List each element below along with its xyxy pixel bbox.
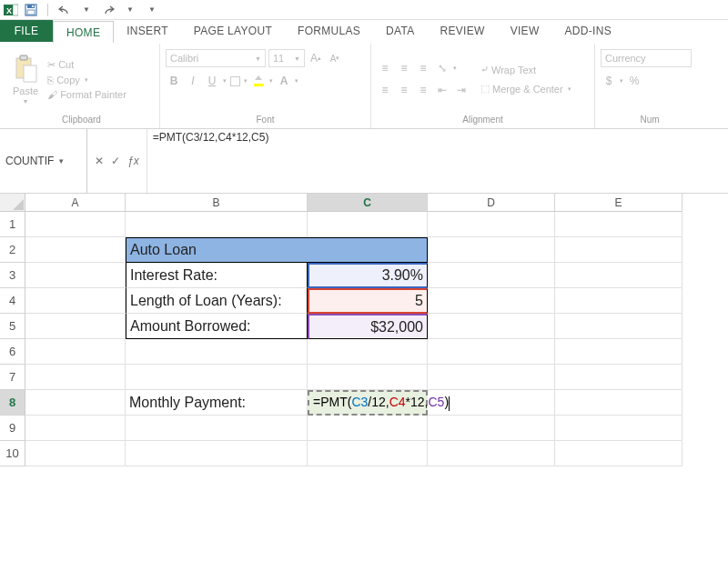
undo-dropdown[interactable]: ▼ bbox=[77, 2, 96, 18]
percent-button[interactable]: % bbox=[626, 73, 642, 89]
col-E[interactable]: E bbox=[555, 194, 682, 212]
cell-B1[interactable] bbox=[126, 212, 308, 237]
align-left-icon[interactable]: ≡ bbox=[377, 82, 393, 98]
row-6[interactable]: 6 bbox=[0, 339, 25, 365]
row-9[interactable]: 9 bbox=[0, 416, 25, 441]
cell-B3[interactable]: Interest Rate: bbox=[126, 263, 308, 288]
formula-input[interactable]: =PMT(C3/12,C4*12,C5) bbox=[147, 129, 728, 193]
fill-color-button[interactable] bbox=[250, 73, 267, 89]
tab-file[interactable]: FILE bbox=[0, 20, 53, 42]
align-right-icon[interactable]: ≡ bbox=[415, 82, 431, 98]
select-all-corner[interactable] bbox=[0, 194, 25, 212]
cell-E5[interactable] bbox=[555, 314, 682, 339]
cell-C2[interactable] bbox=[308, 237, 428, 263]
cell-D7[interactable] bbox=[428, 365, 555, 390]
cell-E8[interactable] bbox=[555, 390, 682, 416]
col-A[interactable]: A bbox=[25, 194, 126, 212]
cell-E2[interactable] bbox=[555, 237, 682, 263]
cell-A5[interactable] bbox=[25, 314, 126, 339]
cell-E10[interactable] bbox=[555, 441, 682, 466]
cell-E1[interactable] bbox=[555, 212, 682, 237]
currency-button[interactable]: $ bbox=[601, 73, 617, 89]
row-10[interactable]: 10 bbox=[0, 441, 25, 466]
merge-center-button[interactable]: ⬚Merge & Center▾ bbox=[479, 82, 573, 95]
cell-C9[interactable] bbox=[308, 416, 428, 441]
cut-button[interactable]: ✂Cut bbox=[46, 58, 128, 72]
row-7[interactable]: 7 bbox=[0, 365, 25, 390]
cell-A2[interactable] bbox=[25, 237, 126, 263]
tab-review[interactable]: REVIEW bbox=[428, 20, 498, 42]
cell-B2[interactable]: Auto Loan bbox=[126, 237, 308, 263]
paste-button[interactable]: Paste ▼ bbox=[9, 53, 42, 106]
insert-function-button[interactable]: ƒx bbox=[127, 155, 139, 167]
cell-C7[interactable] bbox=[308, 365, 428, 390]
align-bottom-icon[interactable]: ≡ bbox=[415, 60, 431, 76]
bold-button[interactable]: B bbox=[166, 73, 182, 89]
copy-button[interactable]: ⎘Copy▾ bbox=[46, 74, 128, 86]
cell-B8[interactable]: Monthly Payment: bbox=[126, 390, 308, 416]
cell-C8[interactable]: =PMT(C3/12,C4*12,C5) bbox=[308, 390, 428, 416]
cell-C5[interactable]: $32,000 bbox=[308, 314, 428, 339]
cell-D1[interactable] bbox=[428, 212, 555, 237]
row-3[interactable]: 3 bbox=[0, 263, 25, 288]
align-middle-icon[interactable]: ≡ bbox=[396, 60, 412, 76]
redo-button[interactable] bbox=[99, 2, 117, 18]
format-painter-button[interactable]: 🖌Format Painter bbox=[46, 88, 128, 101]
decrease-indent-icon[interactable]: ⇤ bbox=[434, 82, 450, 98]
cell-E6[interactable] bbox=[555, 339, 682, 365]
cell-B5[interactable]: Amount Borrowed: bbox=[126, 314, 308, 339]
wrap-text-button[interactable]: ⤶Wrap Text bbox=[479, 63, 573, 76]
tab-insert[interactable]: INSERT bbox=[114, 20, 181, 42]
cell-B4[interactable]: Length of Loan (Years): bbox=[126, 288, 308, 314]
cell-D5[interactable] bbox=[428, 314, 555, 339]
cell-A6[interactable] bbox=[25, 339, 126, 365]
name-box[interactable]: COUNTIF ▼ bbox=[0, 129, 87, 193]
tab-page-layout[interactable]: PAGE LAYOUT bbox=[181, 20, 285, 42]
tab-addins[interactable]: ADD-INS bbox=[552, 20, 624, 42]
tab-home[interactable]: HOME bbox=[53, 21, 114, 43]
row-1[interactable]: 1 bbox=[0, 212, 25, 237]
italic-button[interactable]: I bbox=[185, 73, 201, 89]
font-name-select[interactable]: Calibri▼ bbox=[166, 49, 266, 67]
cell-A9[interactable] bbox=[25, 416, 126, 441]
cell-D3[interactable] bbox=[428, 263, 555, 288]
cell-C6[interactable] bbox=[308, 339, 428, 365]
align-top-icon[interactable]: ≡ bbox=[377, 60, 393, 76]
align-center-icon[interactable]: ≡ bbox=[396, 82, 412, 98]
cell-A10[interactable] bbox=[25, 441, 126, 466]
cell-E4[interactable] bbox=[555, 288, 682, 314]
font-size-select[interactable]: 11▼ bbox=[268, 49, 305, 67]
row-5[interactable]: 5 bbox=[0, 314, 25, 339]
col-C[interactable]: C bbox=[308, 194, 428, 212]
cell-A3[interactable] bbox=[25, 263, 126, 288]
font-color-button[interactable]: A bbox=[276, 73, 292, 89]
cell-A1[interactable] bbox=[25, 212, 126, 237]
cell-B6[interactable] bbox=[126, 339, 308, 365]
row-8[interactable]: 8 bbox=[0, 390, 25, 416]
number-format-select[interactable]: Currency bbox=[601, 49, 692, 67]
cell-B10[interactable] bbox=[126, 441, 308, 466]
decrease-font-icon[interactable]: A▾ bbox=[327, 50, 343, 66]
cell-C3[interactable]: 3.90% bbox=[308, 263, 428, 288]
increase-indent-icon[interactable]: ⇥ bbox=[453, 82, 470, 98]
col-B[interactable]: B bbox=[126, 194, 308, 212]
qat-customize[interactable]: ▼ bbox=[143, 2, 161, 18]
save-button[interactable] bbox=[22, 2, 40, 18]
cell-D10[interactable] bbox=[428, 441, 555, 466]
cell-E3[interactable] bbox=[555, 263, 682, 288]
cell-D2[interactable] bbox=[428, 237, 555, 263]
cell-A7[interactable] bbox=[25, 365, 126, 390]
cell-D9[interactable] bbox=[428, 416, 555, 441]
redo-dropdown[interactable]: ▼ bbox=[121, 2, 139, 18]
cell-E9[interactable] bbox=[555, 416, 682, 441]
increase-font-icon[interactable]: A▴ bbox=[308, 50, 324, 66]
cell-E7[interactable] bbox=[555, 365, 682, 390]
cell-C4[interactable]: 5 bbox=[308, 288, 428, 314]
tab-formulas[interactable]: FORMULAS bbox=[285, 20, 373, 42]
orientation-icon[interactable]: ⤡ bbox=[434, 60, 450, 76]
undo-button[interactable] bbox=[56, 2, 74, 18]
enter-formula-button[interactable]: ✓ bbox=[111, 155, 120, 167]
cell-B9[interactable] bbox=[126, 416, 308, 441]
cell-D6[interactable] bbox=[428, 339, 555, 365]
spreadsheet-grid[interactable]: A B C D E 1 2 3 4 5 6 7 8 9 10 Auto Loan… bbox=[0, 194, 728, 581]
